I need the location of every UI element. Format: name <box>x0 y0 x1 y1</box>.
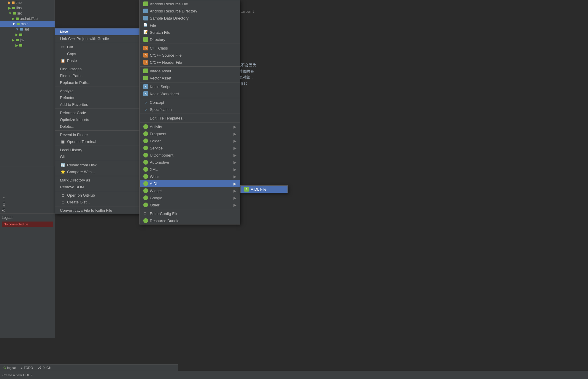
logcat-error: No connected de <box>2 222 53 227</box>
git-branch-icon: ⎇ <box>38 366 42 370</box>
android-res-dir-icon <box>143 9 148 13</box>
tree-item-sub2[interactable]: ▶ <box>0 43 55 48</box>
image-asset-icon <box>143 69 148 73</box>
logcat-tab-icon <box>4 367 6 369</box>
vector-asset-icon <box>143 76 148 80</box>
logcat-panel: Logcat No connected de <box>0 214 55 338</box>
android-res-file-icon <box>143 1 148 6</box>
submenu-image-asset[interactable]: Image Asset <box>140 67 240 74</box>
directory-icon <box>143 37 148 42</box>
sep-new-4 <box>140 98 240 98</box>
file-icon: 📄 <box>143 23 148 28</box>
tree-item-aid[interactable]: ▼ aid <box>0 27 55 32</box>
sample-data-icon <box>143 16 148 20</box>
logcat-label: Logcat <box>2 216 53 220</box>
service-arrow: ▶ <box>233 146 236 150</box>
submenu-vector-asset[interactable]: Vector Asset <box>140 74 240 82</box>
submenu-cpp-class[interactable]: S C++ Class <box>140 44 240 52</box>
compare-icon: ⭐ <box>60 170 66 174</box>
fragment-arrow: ▶ <box>233 132 236 136</box>
google-arrow: ▶ <box>233 196 236 200</box>
cpp-class-icon: S <box>143 46 148 50</box>
submenu-editor-config[interactable]: ⚙ EditorConfig File <box>140 210 240 217</box>
sep-new-1 <box>140 44 240 44</box>
terminal-icon: ▣ <box>60 139 66 144</box>
submenu-ui-component[interactable]: UiComponent ▶ <box>140 152 240 159</box>
ui-component-arrow: ▶ <box>233 153 236 157</box>
submenu-activity[interactable]: Activity ▶ <box>140 123 240 130</box>
kotlin-script-icon: K <box>143 84 148 89</box>
submenu-aidl-panel: A AIDL File <box>240 185 288 193</box>
automotive-icon <box>143 160 148 165</box>
automotive-arrow: ▶ <box>233 160 236 165</box>
folder-arrow: ▶ <box>233 139 236 143</box>
google-icon <box>143 195 148 200</box>
submenu-service[interactable]: Service ▶ <box>140 144 240 152</box>
tree-item-androidtest[interactable]: ▶ androidTest <box>0 16 55 21</box>
submenu-folder[interactable]: Folder ▶ <box>140 137 240 144</box>
resource-bundle-icon <box>143 218 148 223</box>
submenu-kotlin-worksheet[interactable]: K Kotlin Worksheet <box>140 90 240 97</box>
sep-new-3 <box>140 82 240 82</box>
submenu-directory[interactable]: Directory <box>140 36 240 43</box>
logcat-tab[interactable]: logcat <box>1 365 18 370</box>
structure-label: Structure <box>2 168 6 212</box>
specification-icon: ○ <box>143 107 148 112</box>
tree-item-tmp[interactable]: ▶ tmp <box>0 0 55 5</box>
submenu-specification[interactable]: ○ Specification <box>140 106 240 113</box>
paste-icon: 📋 <box>60 58 66 63</box>
submenu-automotive[interactable]: Automotive ▶ <box>140 159 240 166</box>
sep-new-5 <box>140 114 240 114</box>
submenu-android-resource-file[interactable]: Android Resource File <box>140 0 240 7</box>
submenu-sample-data-dir[interactable]: Sample Data Directory <box>140 15 240 22</box>
submenu-widget[interactable]: Widget ▶ <box>140 187 240 194</box>
submenu-google[interactable]: Google ▶ <box>140 194 240 201</box>
tree-item-sub1[interactable]: ▶ <box>0 32 55 37</box>
folder-submenu-icon <box>143 138 148 143</box>
concept-icon: ○ <box>143 100 148 105</box>
wear-arrow: ▶ <box>233 174 236 179</box>
widget-icon <box>143 188 148 193</box>
git-tab[interactable]: ⎇ 9: Git <box>35 365 53 370</box>
submenu-android-resource-directory[interactable]: Android Resource Directory <box>140 7 240 15</box>
submenu-edit-file-templates[interactable]: Edit File Templates... <box>140 114 240 122</box>
submenu-concept[interactable]: ○ Concept <box>140 99 240 106</box>
fragment-icon <box>143 131 148 136</box>
activity-arrow: ▶ <box>233 125 236 129</box>
tree-item-main[interactable]: ▼ main <box>0 21 55 27</box>
structure-panel: Structure <box>0 166 55 214</box>
submenu-scratch-file[interactable]: 📝 Scratch File <box>140 29 240 36</box>
kotlin-worksheet-icon: K <box>143 91 148 96</box>
activity-android-icon <box>143 124 148 129</box>
wear-icon <box>143 174 148 179</box>
submenu-kotlin-script[interactable]: K Kotlin Script <box>140 83 240 90</box>
submenu-xml[interactable]: XML ▶ <box>140 166 240 173</box>
xml-icon <box>143 167 148 172</box>
other-arrow: ▶ <box>233 203 236 207</box>
tree-item-jav[interactable]: ▶ jav <box>0 37 55 43</box>
tree-item-src[interactable]: ▼ src <box>0 11 55 16</box>
ide-background: ▶ tmp ▶ libs ▼ src ▶ androidTest ▼ main … <box>0 0 588 379</box>
submenu-resource-bundle[interactable]: Resource Bundle <box>140 217 240 224</box>
tree-item-libs[interactable]: ▶ libs <box>0 5 55 11</box>
todo-tab[interactable]: ≡ TODO <box>18 365 35 370</box>
submenu-other[interactable]: Other ▶ <box>140 201 240 208</box>
submenu-wear[interactable]: Wear ▶ <box>140 173 240 180</box>
submenu-cpp-header[interactable]: H C/C++ Header File <box>140 59 240 66</box>
submenu-file[interactable]: 📄 File <box>140 22 240 29</box>
editor-config-icon: ⚙ <box>143 211 148 216</box>
sep-new-7 <box>140 209 240 209</box>
widget-arrow: ▶ <box>233 189 236 193</box>
submenu-fragment[interactable]: Fragment ▶ <box>140 130 240 137</box>
sep-new-2 <box>140 66 240 67</box>
github-icon-1: ⊙ <box>60 193 66 198</box>
bottom-tab-bar: logcat ≡ TODO ⎇ 9: Git <box>0 364 178 371</box>
edit-templates-icon <box>143 116 148 120</box>
submenu-aidl[interactable]: AIDL ▶ <box>140 180 240 187</box>
aidl-arrow: ▶ <box>233 181 236 186</box>
cut-icon: ✂ <box>60 45 66 49</box>
github-icon-2: ⊙ <box>60 200 66 204</box>
aidl-file-item[interactable]: A AIDL File <box>241 186 287 193</box>
ui-component-icon <box>143 153 148 157</box>
submenu-cpp-source[interactable]: C C/C++ Source File <box>140 52 240 59</box>
